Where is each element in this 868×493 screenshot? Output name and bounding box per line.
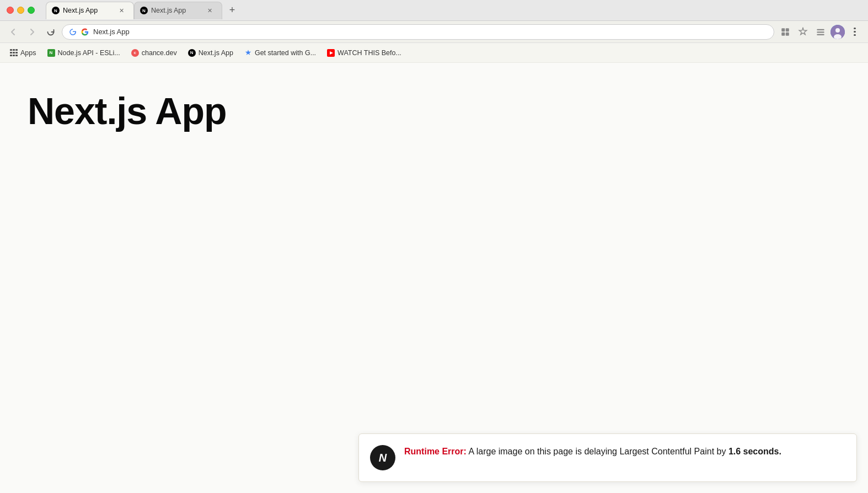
nav-actions: [778, 24, 862, 40]
apps-grid-icon: [10, 49, 18, 57]
error-overlay: N Runtime Error: A large image on this p…: [358, 433, 857, 482]
error-highlight: 1.6 seconds.: [728, 447, 781, 456]
bookmark-nodejs[interactable]: N Node.js API - ESLi...: [43, 47, 125, 59]
url-text: Next.js App: [93, 28, 767, 36]
svg-rect-3: [786, 32, 789, 35]
bookmark-nodejs-label: Node.js API - ESLi...: [58, 49, 120, 57]
minimize-button[interactable]: [17, 7, 24, 14]
svg-rect-5: [817, 31, 824, 33]
bookmark-nextjs[interactable]: N Next.js App: [184, 47, 238, 59]
maximize-button[interactable]: [28, 7, 35, 14]
tab-close-1[interactable]: ✕: [117, 6, 126, 15]
svg-rect-6: [817, 34, 824, 35]
svg-rect-1: [786, 28, 789, 31]
titlebar: N Next.js App ✕ N Next.js App ✕ +: [0, 0, 868, 21]
error-message: A large image on this page is delaying L…: [467, 447, 728, 456]
traffic-lights: [7, 7, 35, 14]
svg-rect-2: [781, 32, 785, 35]
favorites-button[interactable]: [795, 24, 811, 40]
address-bar[interactable]: Next.js App: [62, 24, 774, 40]
bookmark-chance-label: chance.dev: [142, 49, 177, 57]
tab-close-2[interactable]: ✕: [205, 6, 214, 15]
chance-favicon: c: [131, 49, 139, 57]
page-content: Next.js App N Runtime Error: A large ima…: [0, 63, 868, 493]
svg-marker-10: [330, 51, 333, 55]
more-options-button[interactable]: [847, 24, 862, 40]
svg-rect-0: [781, 28, 785, 31]
getstarted-favicon: [244, 49, 252, 57]
extensions-button[interactable]: [778, 24, 793, 40]
bookmark-apps-label: Apps: [20, 49, 36, 57]
google-g-icon: [81, 28, 89, 36]
tab-favicon-1: N: [52, 7, 60, 14]
nextjs-error-icon: N: [370, 445, 395, 470]
nav-bar: Next.js App: [0, 21, 868, 43]
forward-button[interactable]: [24, 24, 40, 40]
tab-label-2: Next.js App: [151, 7, 202, 14]
bookmarks-bar: Apps N Node.js API - ESLi... c chance.de…: [0, 43, 868, 63]
tab-favicon-2: N: [140, 7, 148, 14]
more-dots-icon: [854, 28, 856, 36]
bookmark-getstarted-label: Get started with G...: [255, 49, 316, 57]
new-tab-button[interactable]: +: [224, 3, 240, 18]
back-button[interactable]: [6, 24, 21, 40]
close-button[interactable]: [7, 7, 14, 14]
svg-rect-4: [817, 29, 824, 30]
profile-avatar[interactable]: [831, 25, 845, 39]
bookmark-nextjs-label: Next.js App: [199, 49, 233, 57]
bookmark-watch[interactable]: WATCH THIS Befo...: [323, 47, 406, 59]
nextjs-favicon: N: [188, 49, 196, 57]
google-icon: [69, 28, 77, 36]
youtube-favicon: [327, 49, 335, 57]
tab-label-1: Next.js App: [63, 7, 114, 14]
tabs-bar: N Next.js App ✕ N Next.js App ✕ +: [46, 2, 861, 19]
page-heading: Next.js App: [28, 90, 840, 132]
tab-2[interactable]: N Next.js App ✕: [134, 2, 222, 19]
bookmark-apps[interactable]: Apps: [6, 47, 41, 59]
bookmark-getstarted[interactable]: Get started with G...: [240, 47, 320, 59]
bookmark-watch-label: WATCH THIS Befo...: [337, 49, 401, 57]
error-text: Runtime Error: A large image on this pag…: [404, 445, 781, 458]
bookmark-chance[interactable]: c chance.dev: [127, 47, 181, 59]
error-label: Runtime Error:: [404, 447, 467, 456]
nodejs-favicon: N: [47, 49, 55, 57]
svg-point-8: [835, 28, 840, 33]
tab-1[interactable]: N Next.js App ✕: [46, 2, 134, 19]
reload-button[interactable]: [43, 24, 58, 40]
tab-groups-button[interactable]: [813, 24, 828, 40]
